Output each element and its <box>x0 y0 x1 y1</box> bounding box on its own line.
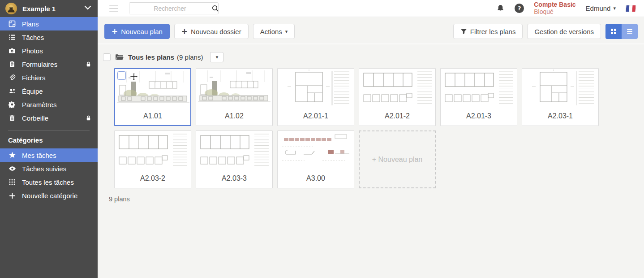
grid-view-button[interactable] <box>605 24 622 39</box>
move-cursor-icon <box>129 72 138 83</box>
help-glyph: ? <box>518 5 521 12</box>
sidebar-item-corbeille[interactable]: Corbeille <box>0 111 98 125</box>
plan-card-label: A2.01-1 <box>278 108 354 126</box>
plan-thumbnail <box>441 69 517 108</box>
sidebar-item-formulaires[interactable]: Formulaires <box>0 57 98 71</box>
workspace-switcher[interactable]: Example 1 <box>0 0 98 17</box>
list-icon <box>8 34 16 41</box>
actions-button[interactable]: Actions ▾ <box>253 24 295 39</box>
sidebar-item-label: Formulaires <box>22 61 86 68</box>
plan-card-a2-03-3[interactable]: A2.03-3 <box>196 130 273 188</box>
actions-label: Actions <box>260 28 282 35</box>
main-content: + Nouveau plan + Nouveau dossier Actions… <box>98 17 644 278</box>
account-blocked-label: Bloqué <box>534 9 575 15</box>
sidebar-item-fichiers[interactable]: Fichiers <box>0 71 98 84</box>
plan-card-a1-02[interactable]: A1.02 <box>196 68 273 126</box>
new-plan-placeholder-label: + Nouveau plan <box>372 156 423 164</box>
folder-plan-count: (9 plans) <box>177 53 203 61</box>
plan-card-label: A2.03-3 <box>196 170 272 188</box>
sidebar-item-label: Tâches <box>22 34 91 41</box>
plan-thumbnail <box>115 69 190 109</box>
account-status[interactable]: Compte Basic Bloqué <box>534 1 575 15</box>
sidebar-category-toutes-les-taches[interactable]: Toutes les tâches <box>0 175 98 189</box>
plan-card-label: A2.03-2 <box>115 170 191 188</box>
sidebar-item-label: Paramètres <box>22 101 91 109</box>
sidebar-item-plans[interactable]: Plans <box>0 17 98 30</box>
plan-card-a2-01-3[interactable]: A2.01-3 <box>440 68 517 126</box>
new-plan-button[interactable]: + Nouveau plan <box>104 24 170 39</box>
list-view-button[interactable] <box>622 24 638 39</box>
user-menu[interactable]: Edmund ▾ <box>586 4 616 12</box>
paperclip-icon <box>8 74 16 81</box>
sidebar-item-label: Mes tâches <box>22 152 91 159</box>
new-plan-placeholder-card[interactable]: + Nouveau plan <box>359 130 436 188</box>
sidebar-item-label: Plans <box>22 20 91 28</box>
sidebar-item-photos[interactable]: Photos <box>0 44 98 57</box>
app-window: Example 1 PlansTâchesPhotosFormulairesFi… <box>0 0 644 278</box>
notifications-bell-icon[interactable] <box>496 4 505 13</box>
user-name: Edmund <box>586 4 611 12</box>
plus-icon <box>8 192 16 199</box>
search-input[interactable] <box>129 3 210 14</box>
language-flag-icon[interactable] <box>625 5 636 12</box>
plan-thumbnail <box>278 69 354 108</box>
new-folder-button[interactable]: + Nouveau dossier <box>174 24 249 39</box>
plan-card-a3-00[interactable]: A3.00 <box>277 130 354 188</box>
categories-heading: Catégories <box>0 130 98 148</box>
filter-plans-button[interactable]: Filtrer les plans <box>453 24 523 39</box>
view-toggle <box>605 24 638 39</box>
sidebar-item-label: Équipe <box>22 87 91 95</box>
topbar: ? Compte Basic Bloqué Edmund ▾ <box>98 0 644 17</box>
plan-card-a2-03-1[interactable]: A2.03-1 <box>522 68 599 126</box>
account-plan-label: Compte Basic <box>534 1 575 8</box>
sidebar-category-taches-suivies[interactable]: Tâches suivies <box>0 162 98 175</box>
plan-thumbnail <box>522 69 598 108</box>
lock-icon <box>86 61 91 67</box>
plan-card-a2-01-1[interactable]: A2.01-1 <box>277 68 354 126</box>
plan-thumbnail <box>359 69 435 108</box>
sidebar-item-taches[interactable]: Tâches <box>0 30 98 44</box>
plan-card-label: A3.00 <box>278 170 354 188</box>
plan-card-a2-01-2[interactable]: A2.01-2 <box>359 68 436 126</box>
plan-card-label: A2.01-2 <box>359 108 435 126</box>
eye-icon <box>8 165 16 172</box>
search-icon[interactable] <box>210 4 223 12</box>
plan-thumbnail <box>115 131 191 170</box>
chevron-down-icon <box>83 3 92 14</box>
plan-card-label: A2.01-3 <box>441 108 517 126</box>
version-management-button[interactable]: Gestion de versions <box>527 24 601 39</box>
sidebar-category-nouvelle-categorie[interactable]: Nouvelle catégorie <box>0 189 98 202</box>
menu-icon[interactable] <box>109 5 118 12</box>
workspace-avatar-icon <box>5 3 17 14</box>
help-icon[interactable]: ? <box>515 4 524 13</box>
sidebar-item-label: Corbeille <box>22 114 86 122</box>
plans-total-count: 9 plans <box>109 195 644 203</box>
sidebar-item-label: Nouvelle catégorie <box>22 192 91 200</box>
gear-icon <box>8 101 16 108</box>
grid-view-icon <box>610 28 617 35</box>
sidebar-item-parametres[interactable]: Paramètres <box>0 98 98 111</box>
trash-icon <box>8 114 16 122</box>
star-icon <box>8 152 16 159</box>
plan-card-label: A1.01 <box>115 109 190 125</box>
plan-card-a1-01[interactable]: A1.01 <box>114 68 191 126</box>
sidebar-item-equipe[interactable]: Équipe <box>0 84 98 98</box>
plan-card-a2-03-2[interactable]: A2.03-2 <box>114 130 191 188</box>
filter-plans-label: Filtrer les plans <box>470 28 516 35</box>
sidebar-item-label: Fichiers <box>22 74 91 82</box>
plan-card-label: A2.03-1 <box>522 108 598 126</box>
folder-name[interactable]: Tous les plans <box>128 53 174 61</box>
plan-card-checkbox[interactable] <box>117 71 126 80</box>
plan-thumbnail <box>278 131 354 170</box>
folder-bar: Tous les plans (9 plans) ▾ <box>103 52 644 62</box>
sidebar-item-label: Photos <box>22 47 91 55</box>
folder-dropdown-button[interactable]: ▾ <box>210 52 223 62</box>
sidebar-category-mes-taches[interactable]: Mes tâches <box>0 148 98 162</box>
clipboard-icon <box>8 61 16 68</box>
select-all-checkbox[interactable] <box>103 53 111 61</box>
plan-thumbnail <box>196 69 272 108</box>
list-view-icon <box>626 28 633 35</box>
plans-toolbar: + Nouveau plan + Nouveau dossier Actions… <box>98 17 644 44</box>
caret-down-icon: ▾ <box>285 29 288 35</box>
sidebar-item-label: Tâches suivies <box>22 165 91 173</box>
